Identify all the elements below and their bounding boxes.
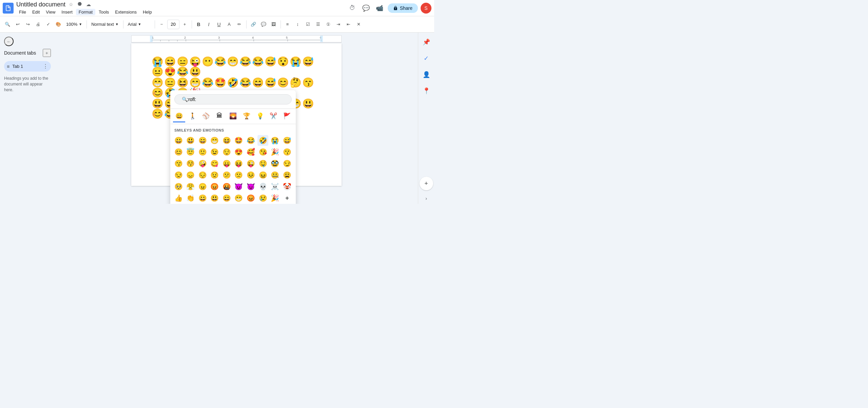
italic-btn[interactable]: I bbox=[204, 19, 214, 30]
numbered-list-btn[interactable]: ① bbox=[324, 19, 333, 30]
emoji-55[interactable]: 😁 bbox=[233, 193, 244, 203]
add-panel-btn[interactable]: + bbox=[420, 177, 433, 190]
link-btn[interactable]: 🔗 bbox=[249, 19, 258, 30]
tab-smileys[interactable]: 😀 bbox=[173, 110, 185, 122]
comment-btn[interactable]: 💬 bbox=[259, 19, 268, 30]
emoji-45[interactable]: 😈 bbox=[233, 181, 244, 192]
menu-file[interactable]: File bbox=[16, 9, 29, 15]
menu-format[interactable]: Format bbox=[76, 9, 95, 15]
emoji-42[interactable]: 😠 bbox=[197, 181, 208, 192]
share-button[interactable]: Share bbox=[388, 3, 418, 13]
menu-insert[interactable]: Insert bbox=[59, 9, 75, 15]
outdent-btn[interactable]: ⇤ bbox=[344, 19, 353, 30]
back-button[interactable]: ← bbox=[4, 37, 14, 46]
menu-help[interactable]: Help bbox=[140, 9, 155, 15]
emoji-3[interactable]: 😁 bbox=[209, 135, 220, 146]
emoji-33[interactable]: 😟 bbox=[209, 170, 220, 180]
emoji-40[interactable]: 🥺 bbox=[173, 181, 184, 192]
menu-edit[interactable]: Edit bbox=[30, 9, 42, 15]
emoji-37[interactable]: 😖 bbox=[257, 170, 268, 180]
emoji-1[interactable]: 😃 bbox=[185, 135, 196, 146]
doc-title[interactable]: Untitled document bbox=[16, 1, 65, 8]
undo-btn[interactable]: ↩ bbox=[13, 19, 22, 30]
emoji-23[interactable]: 😋 bbox=[209, 158, 220, 169]
emoji-add[interactable]: + bbox=[282, 193, 292, 203]
emoji-54[interactable]: 😄 bbox=[221, 193, 232, 203]
emoji-16[interactable]: 🥰 bbox=[246, 147, 256, 157]
image-btn[interactable]: 🖼 bbox=[269, 19, 278, 30]
emoji-34[interactable]: 😕 bbox=[221, 170, 232, 180]
emoji-9[interactable]: 😅 bbox=[282, 135, 292, 146]
emoji-4[interactable]: 😆 bbox=[221, 135, 232, 146]
tab-food[interactable]: ✂️ bbox=[267, 110, 279, 122]
emoji-35[interactable]: 🙁 bbox=[233, 170, 244, 180]
font-dropdown[interactable]: Arial ▼ bbox=[126, 19, 153, 30]
tab-activities[interactable]: ⚾ bbox=[200, 110, 212, 122]
emoji-21[interactable]: 😚 bbox=[185, 158, 196, 169]
emoji-27[interactable]: 🤤 bbox=[257, 158, 268, 169]
meet-icon[interactable]: 📹 bbox=[374, 3, 385, 14]
emoji-56[interactable]: 😡 bbox=[246, 193, 256, 203]
emoji-49[interactable]: 🤡 bbox=[282, 181, 292, 192]
emoji-53[interactable]: 😃 bbox=[209, 193, 220, 203]
tab-flags[interactable]: 🚩 bbox=[281, 110, 293, 122]
highlight-btn[interactable]: ✏ bbox=[235, 19, 244, 30]
increase-font-btn[interactable]: + bbox=[180, 19, 190, 30]
keep-icon[interactable]: 📌 bbox=[420, 35, 433, 49]
emoji-46[interactable]: 👿 bbox=[246, 181, 256, 192]
indent-btn[interactable]: ⇥ bbox=[334, 19, 343, 30]
tab-travel[interactable]: 🏛 bbox=[213, 110, 226, 122]
emoji-39[interactable]: 😩 bbox=[282, 170, 292, 180]
decrease-font-btn[interactable]: − bbox=[157, 19, 167, 30]
menu-extensions[interactable]: Extensions bbox=[112, 9, 139, 15]
emoji-26[interactable]: 😜 bbox=[246, 158, 256, 169]
tasks-icon[interactable]: ✓ bbox=[420, 52, 433, 65]
maps-icon[interactable]: 📍 bbox=[420, 84, 433, 98]
emoji-22[interactable]: 🤪 bbox=[197, 158, 208, 169]
emoji-19[interactable]: 😗 bbox=[282, 147, 292, 157]
comment-icon[interactable]: 💬 bbox=[361, 3, 371, 14]
tab-symbols[interactable]: 🏆 bbox=[240, 110, 253, 122]
print-btn[interactable]: 🖨 bbox=[33, 19, 43, 30]
emoji-28[interactable]: 🥸 bbox=[270, 158, 281, 169]
emoji-11[interactable]: 😇 bbox=[185, 147, 196, 157]
redo-btn[interactable]: ↪ bbox=[23, 19, 33, 30]
emoji-30[interactable]: 😒 bbox=[173, 170, 184, 180]
emoji-50[interactable]: 👍 bbox=[173, 193, 184, 203]
emoji-0[interactable]: 😀 bbox=[173, 135, 184, 146]
underline-btn[interactable]: U bbox=[214, 19, 224, 30]
font-size-input[interactable] bbox=[167, 20, 179, 29]
checklist-btn[interactable]: ☑ bbox=[303, 19, 313, 30]
clear-format-btn[interactable]: ✕ bbox=[354, 19, 364, 30]
history-icon[interactable]: ⏱ bbox=[347, 3, 358, 14]
emoji-52[interactable]: 😀 bbox=[197, 193, 208, 203]
emoji-17[interactable]: 😘 bbox=[257, 147, 268, 157]
emoji-47[interactable]: 💀 bbox=[257, 181, 268, 192]
align-btn[interactable]: ≡ bbox=[283, 19, 292, 30]
menu-tools[interactable]: Tools bbox=[96, 9, 112, 15]
emoji-8[interactable]: 😭 bbox=[270, 135, 281, 146]
emoji-44[interactable]: 🤬 bbox=[221, 181, 232, 192]
collapse-panel-btn[interactable]: › bbox=[425, 196, 427, 201]
emoji-36[interactable]: 😣 bbox=[246, 170, 256, 180]
emoji-58[interactable]: 🎉 bbox=[270, 193, 281, 203]
paint-btn[interactable]: 🎨 bbox=[54, 19, 63, 30]
picker-body[interactable]: SMILEYS AND EMOTIONS 😀 😃 😄 😁 😆 🤩 😂 🤣 😭 😅… bbox=[170, 124, 296, 204]
emoji-57[interactable]: 😢 bbox=[257, 193, 268, 203]
emoji-14[interactable]: 😌 bbox=[221, 147, 232, 157]
emoji-32[interactable]: 😔 bbox=[197, 170, 208, 180]
add-tab-button[interactable]: + bbox=[43, 49, 51, 57]
emoji-search-input[interactable] bbox=[174, 94, 292, 104]
emoji-6[interactable]: 😂 bbox=[246, 135, 256, 146]
style-dropdown[interactable]: Normal text ▼ bbox=[89, 19, 121, 30]
line-spacing-btn[interactable]: ↕ bbox=[293, 19, 303, 30]
emoji-13[interactable]: 😉 bbox=[209, 147, 220, 157]
emoji-15[interactable]: 😍 bbox=[233, 147, 244, 157]
emoji-7-rofl[interactable]: 🤣 bbox=[257, 135, 268, 146]
emoji-51[interactable]: 👏 bbox=[185, 193, 196, 203]
tab-nature[interactable]: 💡 bbox=[254, 110, 266, 122]
tab-people[interactable]: 🚶 bbox=[187, 110, 199, 122]
emoji-2[interactable]: 😄 bbox=[197, 135, 208, 146]
emoji-24[interactable]: 😛 bbox=[221, 158, 232, 169]
menu-view[interactable]: View bbox=[43, 9, 58, 15]
